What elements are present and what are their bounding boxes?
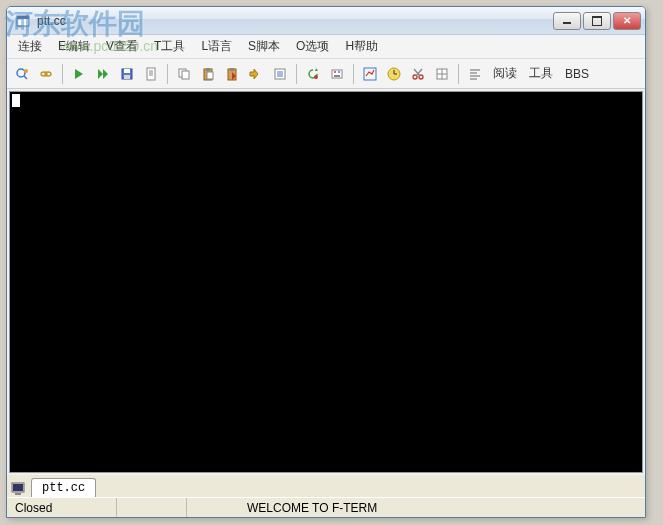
svg-marker-7 — [75, 69, 83, 79]
document-icon[interactable] — [140, 63, 162, 85]
terminal-area[interactable] — [9, 91, 643, 473]
paste-icon[interactable] — [197, 63, 219, 85]
svg-marker-25 — [250, 69, 258, 79]
separator — [296, 64, 297, 84]
copy-icon[interactable] — [173, 63, 195, 85]
svg-rect-1 — [17, 16, 29, 19]
separator — [353, 64, 354, 84]
save-icon[interactable] — [116, 63, 138, 85]
svg-rect-35 — [334, 75, 340, 77]
minimize-button[interactable] — [553, 12, 581, 30]
svg-point-31 — [314, 75, 318, 79]
fast-forward-icon[interactable] — [92, 63, 114, 85]
terminal-cursor — [12, 94, 20, 107]
close-button[interactable] — [613, 12, 641, 30]
tabbar: ptt.cc — [7, 475, 645, 497]
monitor-icon — [11, 481, 29, 497]
status-empty — [117, 498, 187, 517]
refresh-icon[interactable] — [302, 63, 324, 85]
app-icon — [15, 13, 31, 29]
play-icon[interactable] — [68, 63, 90, 85]
settings-icon[interactable] — [326, 63, 348, 85]
window-controls — [553, 12, 641, 30]
link-icon[interactable] — [35, 63, 57, 85]
separator — [62, 64, 63, 84]
svg-rect-23 — [230, 68, 234, 71]
clock-icon[interactable] — [383, 63, 405, 85]
svg-point-34 — [338, 71, 340, 73]
statusbar: Closed WELCOME TO F-TERM — [7, 497, 645, 517]
chart-icon[interactable] — [359, 63, 381, 85]
cut-icon[interactable] — [407, 63, 429, 85]
toolbar-bbs[interactable]: BBS — [560, 65, 594, 83]
svg-rect-52 — [13, 484, 23, 491]
menu-script[interactable]: S脚本 — [241, 35, 287, 58]
titlebar[interactable]: ptt.cc — [7, 7, 645, 35]
toolbar: 阅读 工具 BBS — [7, 59, 645, 89]
status-state: Closed — [7, 498, 117, 517]
svg-marker-9 — [103, 69, 108, 79]
separator — [458, 64, 459, 84]
menu-help[interactable]: H帮助 — [338, 35, 385, 58]
maximize-button[interactable] — [583, 12, 611, 30]
svg-marker-8 — [98, 69, 103, 79]
window-title: ptt.cc — [35, 14, 553, 28]
separator — [167, 64, 168, 84]
svg-rect-20 — [206, 68, 210, 71]
svg-point-2 — [17, 69, 25, 77]
svg-rect-18 — [182, 71, 189, 79]
svg-rect-21 — [207, 72, 213, 79]
menu-view[interactable]: V查看 — [99, 35, 145, 58]
transfer-icon[interactable] — [245, 63, 267, 85]
tab-connection[interactable]: ptt.cc — [31, 478, 96, 497]
menu-tools[interactable]: T工具 — [147, 35, 192, 58]
status-message: WELCOME TO F-TERM — [187, 498, 645, 517]
menu-edit[interactable]: E编辑 — [51, 35, 97, 58]
paste-special-icon[interactable] — [221, 63, 243, 85]
svg-point-33 — [334, 71, 336, 73]
svg-point-4 — [24, 69, 28, 73]
svg-point-6 — [45, 72, 51, 76]
menu-connect[interactable]: 连接 — [11, 35, 49, 58]
svg-rect-13 — [147, 68, 155, 80]
svg-line-3 — [24, 76, 27, 79]
svg-rect-53 — [15, 493, 21, 495]
grid-icon[interactable] — [431, 63, 453, 85]
search-icon[interactable] — [11, 63, 33, 85]
list-icon[interactable] — [269, 63, 291, 85]
menu-lang[interactable]: L语言 — [194, 35, 239, 58]
toolbar-tools[interactable]: 工具 — [524, 63, 558, 84]
toolbar-read[interactable]: 阅读 — [488, 63, 522, 84]
svg-rect-11 — [124, 69, 130, 73]
svg-rect-36 — [364, 68, 376, 80]
align-icon[interactable] — [464, 63, 486, 85]
menubar: 连接 E编辑 V查看 T工具 L语言 S脚本 O选项 H帮助 — [7, 35, 645, 59]
svg-marker-30 — [315, 68, 318, 71]
menu-options[interactable]: O选项 — [289, 35, 336, 58]
svg-rect-12 — [124, 75, 130, 79]
app-window: ptt.cc 连接 E编辑 V查看 T工具 L语言 S脚本 O选项 H帮助 — [6, 6, 646, 518]
